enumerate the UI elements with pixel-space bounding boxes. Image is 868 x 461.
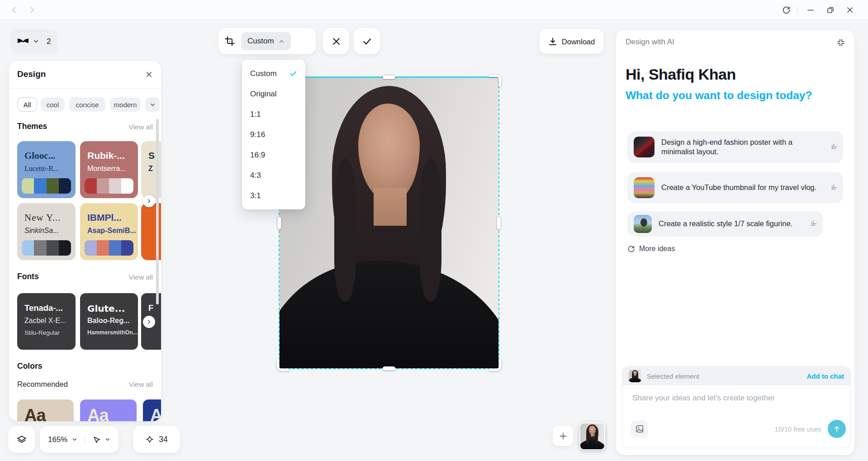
selected-element-label: Selected element (647, 372, 802, 380)
crop-handle-bottom-right[interactable] (489, 359, 501, 371)
color-card[interactable]: A (143, 399, 161, 421)
back-icon[interactable] (8, 4, 20, 16)
color-card[interactable]: Aa (80, 399, 137, 421)
add-page-button[interactable] (553, 426, 573, 446)
zoom-level-value[interactable]: 165% (48, 435, 67, 444)
theme-name: New Y... (24, 212, 61, 223)
theme-card[interactable]: IBMPl... Asap-SemiB... (80, 203, 138, 260)
colors-view-all[interactable]: View all (129, 380, 153, 389)
theme-card[interactable]: New Y... SinkinSa... (17, 203, 76, 260)
ratio-option-3-1[interactable]: 3:1 (242, 185, 305, 206)
filter-chip-modern[interactable]: modern (110, 97, 141, 112)
chevron-down-icon[interactable] (105, 437, 110, 442)
theme-font: Lucette-R... (24, 165, 59, 173)
send-button[interactable] (828, 420, 846, 438)
theme-font: Asap-SemiB... (87, 227, 136, 235)
theme-font: Montserra... (87, 165, 126, 173)
ratio-option-9-16[interactable]: 9:16 (242, 124, 305, 145)
arrow-up-icon (833, 425, 841, 433)
confirm-crop-button[interactable] (354, 28, 380, 54)
design-panel-scrollbar[interactable] (156, 119, 159, 304)
crop-handle-right[interactable] (497, 217, 501, 229)
themes-next-button[interactable] (143, 195, 155, 207)
ai-credits-button[interactable]: 34 (133, 426, 180, 453)
cancel-crop-button[interactable] (323, 28, 349, 54)
theme-font: SinkinSa... (24, 227, 59, 235)
suggestion-text: Create a YouTube thumbnail for my travel… (661, 183, 823, 193)
aspect-ratio-dropdown-button[interactable]: Custom (241, 32, 291, 50)
divider (85, 435, 85, 445)
theme-card[interactable]: Glooc... Lucette-R... (17, 141, 76, 198)
collapse-panel-icon[interactable] (835, 37, 846, 48)
app-menu[interactable]: 2 (11, 29, 58, 54)
forward-icon[interactable] (26, 4, 38, 16)
filter-chip-concise[interactable]: concise (69, 97, 105, 112)
color-card[interactable]: Aa (17, 399, 74, 421)
titlebar-divider (797, 6, 797, 13)
window-titlebar (0, 0, 868, 20)
suggestion-card[interactable]: Design a high-end fashion poster with a … (627, 131, 843, 163)
ratio-option-1-1[interactable]: 1:1 (242, 104, 305, 124)
crop-toolbar: Custom (218, 28, 316, 54)
color-sample-text: A (150, 406, 161, 421)
plus-icon (559, 432, 568, 441)
chevron-down-icon[interactable] (72, 437, 77, 442)
aspect-ratio-value: Custom (247, 37, 274, 46)
ai-panel-title: Design with AI (626, 38, 674, 47)
sparkle-icon (145, 435, 154, 444)
fonts-heading: Fonts (17, 272, 39, 281)
cursor-tool-icon[interactable] (92, 435, 100, 444)
font-card[interactable]: Glute... Baloo-Reg... HammersmithOn... (80, 293, 138, 350)
themes-heading: Themes (17, 122, 47, 131)
close-icon (332, 37, 341, 46)
insert-prompt-icon (808, 219, 818, 228)
crop-handle-top-right[interactable] (489, 75, 501, 87)
design-panel-title: Design (17, 69, 46, 79)
filter-chip-all[interactable]: All (17, 97, 37, 112)
ratio-option-custom[interactable]: Custom (242, 63, 305, 84)
font-card[interactable]: Tenada-... Zacbel X-E... Stilu-Regular (17, 293, 76, 350)
suggestion-thumbnail (634, 177, 655, 198)
chevron-right-icon (146, 198, 152, 204)
colors-recommended-label: Recommended (17, 380, 68, 389)
suggestion-card[interactable]: Create a YouTube thumbnail for my travel… (627, 172, 843, 203)
layers-button[interactable] (8, 426, 35, 453)
font-tertiary: Stilu-Regular (24, 329, 60, 336)
theme-swatches (85, 178, 133, 194)
maximize-icon[interactable] (825, 4, 836, 16)
more-ideas-button[interactable]: More ideas (627, 245, 675, 253)
page-thumbnail[interactable] (579, 423, 605, 450)
theme-name: Rubik-... (87, 150, 125, 161)
fonts-view-all[interactable]: View all (129, 273, 153, 281)
ratio-option-original[interactable]: Original (242, 84, 305, 104)
crop-handle-bottom[interactable] (383, 366, 395, 371)
close-window-icon[interactable] (844, 4, 856, 16)
fonts-next-button[interactable] (143, 316, 155, 328)
ratio-option-16-9[interactable]: 16:9 (242, 145, 305, 165)
theme-card[interactable]: Rubik-... Montserra... (80, 141, 138, 198)
attach-image-button[interactable] (631, 420, 648, 437)
chevron-up-icon (279, 38, 285, 44)
selected-check-icon (289, 70, 297, 77)
divider (9, 88, 161, 89)
design-panel-close-icon[interactable] (144, 69, 154, 79)
add-to-chat-button[interactable]: Add to chat (807, 372, 844, 380)
filter-expand-chevron[interactable] (145, 97, 160, 112)
suggestion-card[interactable]: Create a realistic style 1/7 scale figur… (627, 211, 823, 237)
crop-handle-top[interactable] (383, 75, 395, 79)
crop-handle-left[interactable] (277, 217, 281, 229)
theme-swatches (22, 240, 71, 256)
minimize-icon[interactable] (805, 4, 816, 16)
color-sample-text: Aa (24, 406, 46, 421)
ratio-option-4-3[interactable]: 4:3 (242, 165, 305, 185)
chat-input[interactable] (631, 393, 841, 418)
canvas-image[interactable] (280, 77, 498, 368)
download-button[interactable]: Download (540, 29, 603, 54)
themes-view-all[interactable]: View all (129, 123, 153, 131)
design-panel: Design All cool concise modern Themes Vi… (9, 61, 161, 421)
suggestion-thumbnail (634, 215, 652, 233)
crop-handle-bottom-left[interactable] (277, 359, 289, 371)
font-primary: Glute... (87, 303, 125, 314)
refresh-icon[interactable] (780, 4, 792, 16)
filter-chip-cool[interactable]: cool (41, 97, 65, 112)
